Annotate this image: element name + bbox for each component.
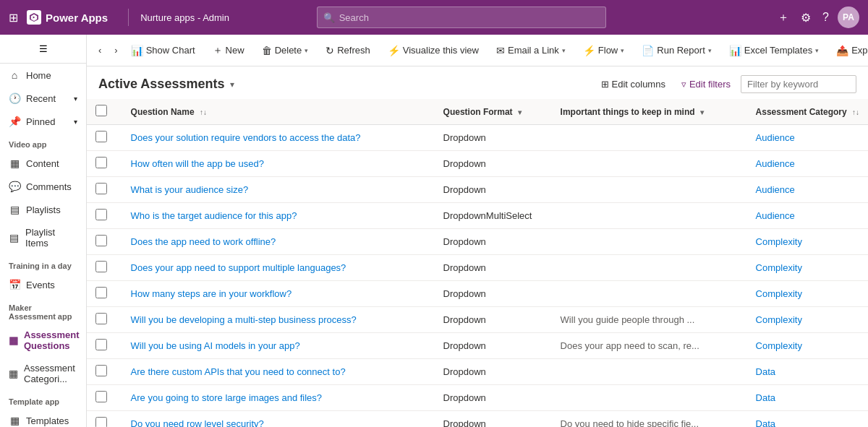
search-box[interactable]: 🔍 bbox=[317, 7, 606, 28]
cell-assessment-category[interactable]: Audience bbox=[747, 177, 868, 203]
cell-question-name[interactable]: How many steps are in your workflow? bbox=[122, 281, 435, 307]
sort-icon-important: ▾ bbox=[700, 108, 704, 116]
sidebar-item-home[interactable]: ⌂ Home bbox=[0, 64, 86, 87]
row-checkbox[interactable] bbox=[95, 183, 107, 194]
cell-assessment-category[interactable]: Complexity bbox=[747, 281, 868, 307]
cell-assessment-category[interactable]: Complexity bbox=[747, 333, 868, 359]
row-checkbox[interactable] bbox=[95, 339, 107, 350]
row-checkbox-cell[interactable] bbox=[87, 333, 122, 359]
row-checkbox-cell[interactable] bbox=[87, 125, 122, 151]
sidebar-item-recent[interactable]: 🕐 Recent ▾ bbox=[0, 87, 86, 110]
cell-assessment-category[interactable]: Data bbox=[747, 359, 868, 385]
run-report-button[interactable]: 📄 Run Report ▾ bbox=[636, 40, 717, 61]
help-icon-button[interactable]: ? bbox=[820, 8, 832, 27]
row-checkbox[interactable] bbox=[95, 391, 107, 402]
row-checkbox[interactable] bbox=[95, 235, 107, 246]
edit-filters-button[interactable]: ▿ Edit filters bbox=[676, 76, 736, 92]
row-checkbox[interactable] bbox=[95, 417, 107, 427]
sidebar-item-assessment-categories[interactable]: ▦ Assessment Categori... bbox=[0, 357, 86, 390]
content-area: ‹ › 📊 Show Chart ＋ New 🗑 Delete ▾ ↻ bbox=[87, 35, 868, 427]
show-chart-button[interactable]: 📊 Show Chart bbox=[125, 40, 201, 61]
row-checkbox[interactable] bbox=[95, 365, 107, 376]
flow-button[interactable]: ⚡ Flow ▾ bbox=[577, 40, 630, 61]
column-header-question-format[interactable]: Question Format ▾ bbox=[435, 99, 552, 125]
row-checkbox-cell[interactable] bbox=[87, 385, 122, 411]
cell-assessment-category[interactable]: Audience bbox=[747, 125, 868, 151]
row-checkbox-cell[interactable] bbox=[87, 229, 122, 255]
settings-icon-button[interactable]: ⚙ bbox=[798, 8, 814, 27]
cell-assessment-category[interactable]: Complexity bbox=[747, 255, 868, 281]
app-logo[interactable]: Power Apps bbox=[27, 10, 108, 25]
cell-question-name[interactable]: How often will the app be used? bbox=[122, 151, 435, 177]
table-header: Question Name ↑↓ Question Format ▾ Impor… bbox=[87, 99, 868, 125]
row-checkbox[interactable] bbox=[95, 287, 107, 298]
row-checkbox-cell[interactable] bbox=[87, 151, 122, 177]
cell-question-format: DropdownMultiSelect bbox=[435, 203, 552, 229]
sidebar-item-content[interactable]: ▦ Content bbox=[0, 152, 86, 175]
cell-question-name[interactable]: Are you going to store large images and … bbox=[122, 385, 435, 411]
select-all-header[interactable] bbox=[87, 99, 122, 125]
sidebar-item-playlists[interactable]: ▤ Playlists bbox=[0, 198, 86, 221]
add-icon-button[interactable]: ＋ bbox=[775, 7, 792, 28]
row-checkbox-cell[interactable] bbox=[87, 281, 122, 307]
topbar-actions: ＋ ⚙ ? PA bbox=[775, 7, 859, 28]
refresh-button[interactable]: ↻ Refresh bbox=[320, 40, 376, 61]
row-checkbox[interactable] bbox=[95, 261, 107, 272]
column-header-question-name[interactable]: Question Name ↑↓ bbox=[122, 99, 435, 125]
cell-question-name[interactable]: Do you need row level security? bbox=[122, 411, 435, 428]
sidebar-item-playlist-items[interactable]: ▤ Playlist Items bbox=[0, 221, 86, 254]
row-checkbox-cell[interactable] bbox=[87, 177, 122, 203]
cell-assessment-category[interactable]: Data bbox=[747, 411, 868, 428]
cell-assessment-category[interactable]: Complexity bbox=[747, 307, 868, 333]
row-checkbox-cell[interactable] bbox=[87, 359, 122, 385]
sidebar-toggle-button[interactable]: ☰ bbox=[0, 35, 86, 64]
sidebar-item-events[interactable]: 📅 Events bbox=[0, 273, 86, 296]
back-button[interactable]: ‹ bbox=[93, 40, 107, 60]
delete-button[interactable]: 🗑 Delete ▾ bbox=[256, 40, 315, 61]
row-checkbox-cell[interactable] bbox=[87, 411, 122, 428]
cell-question-name[interactable]: Are there custom APIs that you need to c… bbox=[122, 359, 435, 385]
excel-templates-button[interactable]: 📊 Excel Templates ▾ bbox=[723, 40, 825, 61]
table-row: Who is the target audience for this app?… bbox=[87, 203, 868, 229]
cell-question-name[interactable]: Who is the target audience for this app? bbox=[122, 203, 435, 229]
forward-button[interactable]: › bbox=[109, 40, 123, 60]
refresh-icon: ↻ bbox=[326, 45, 334, 56]
visualize-view-button[interactable]: ⚡ Visualize this view bbox=[382, 40, 485, 61]
cell-assessment-category[interactable]: Data bbox=[747, 385, 868, 411]
row-checkbox[interactable] bbox=[95, 313, 107, 324]
cell-question-name[interactable]: Does your solution require vendors to ac… bbox=[122, 125, 435, 151]
row-checkbox-cell[interactable] bbox=[87, 307, 122, 333]
cell-question-name[interactable]: Does your app need to support multiple l… bbox=[122, 255, 435, 281]
search-input[interactable] bbox=[339, 12, 600, 23]
column-header-assessment-category[interactable]: Assessment Category ↑↓ bbox=[747, 99, 868, 125]
row-checkbox[interactable] bbox=[95, 209, 107, 220]
row-checkbox[interactable] bbox=[95, 131, 107, 142]
cell-question-name[interactable]: Will you be developing a multi-step busi… bbox=[122, 307, 435, 333]
export-to-excel-button[interactable]: 📤 Export to Excel ▾ bbox=[830, 40, 868, 61]
cell-question-name[interactable]: What is your audience size? bbox=[122, 177, 435, 203]
waffle-icon[interactable]: ⊞ bbox=[9, 11, 18, 25]
edit-columns-button[interactable]: ⊞ Edit columns bbox=[595, 76, 671, 92]
row-checkbox[interactable] bbox=[95, 157, 107, 168]
content-icon: ▦ bbox=[9, 158, 20, 169]
cell-assessment-category[interactable]: Audience bbox=[747, 203, 868, 229]
sidebar-item-pinned[interactable]: 📌 Pinned ▾ bbox=[0, 110, 86, 133]
view-title-chevron-icon[interactable]: ▾ bbox=[230, 79, 234, 90]
email-link-button[interactable]: ✉ Email a Link ▾ bbox=[490, 40, 571, 61]
sidebar-item-templates[interactable]: ▦ Templates bbox=[0, 409, 86, 427]
back-icon: ‹ bbox=[98, 45, 101, 56]
delete-icon: 🗑 bbox=[262, 45, 272, 56]
sidebar-item-assessment-questions[interactable]: ▦ Assessment Questions bbox=[0, 324, 86, 357]
row-checkbox-cell[interactable] bbox=[87, 255, 122, 281]
select-all-checkbox[interactable] bbox=[95, 105, 107, 116]
column-header-important-things[interactable]: Important things to keep in mind ▾ bbox=[552, 99, 747, 125]
cell-question-name[interactable]: Does the app need to work offline? bbox=[122, 229, 435, 255]
sidebar-item-comments[interactable]: 💬 Comments bbox=[0, 175, 86, 198]
cell-question-name[interactable]: Will you be using AI models in your app? bbox=[122, 333, 435, 359]
new-button[interactable]: ＋ New bbox=[207, 40, 250, 61]
cell-assessment-category[interactable]: Audience bbox=[747, 151, 868, 177]
user-avatar[interactable]: PA bbox=[838, 7, 859, 28]
cell-assessment-category[interactable]: Complexity bbox=[747, 229, 868, 255]
row-checkbox-cell[interactable] bbox=[87, 203, 122, 229]
filter-keyword-input[interactable] bbox=[741, 75, 856, 93]
